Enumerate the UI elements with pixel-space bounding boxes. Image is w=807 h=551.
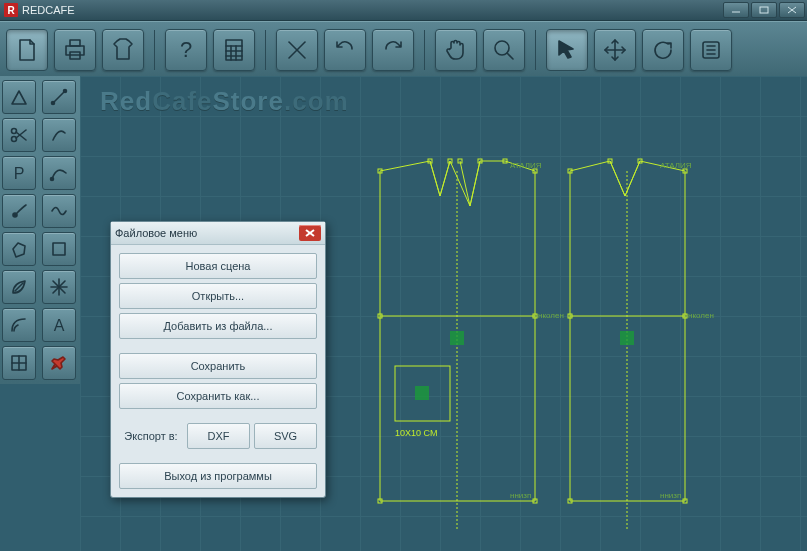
exit-button[interactable]: Выход из программы xyxy=(119,463,317,489)
svg-rect-1 xyxy=(760,7,768,13)
svg-rect-38 xyxy=(53,243,65,255)
help-button[interactable]: ? xyxy=(165,29,207,71)
svg-point-35 xyxy=(52,102,55,105)
maximize-button[interactable] xyxy=(751,2,777,18)
svg-rect-5 xyxy=(70,40,80,46)
dialog-title: Файловое меню xyxy=(115,227,197,239)
svg-line-47 xyxy=(470,161,480,206)
curve-icon[interactable] xyxy=(42,118,76,152)
garment-button[interactable] xyxy=(102,29,144,71)
pin-icon[interactable] xyxy=(42,346,76,380)
svg-text:ннизп: ннизп xyxy=(660,491,681,500)
svg-line-17 xyxy=(507,53,513,59)
app-badge: R xyxy=(4,3,18,17)
delete-button[interactable] xyxy=(276,29,318,71)
star-icon[interactable] xyxy=(42,270,76,304)
export-svg-button[interactable]: SVG xyxy=(254,423,317,449)
dialog-title-bar[interactable]: Файловое меню xyxy=(111,222,325,245)
bezier-icon[interactable] xyxy=(42,156,76,190)
zoom-button[interactable] xyxy=(483,29,525,71)
main-toolbar: ? xyxy=(0,21,807,79)
calculator-button[interactable] xyxy=(213,29,255,71)
svg-text:АТАЛИЯ: АТАЛИЯ xyxy=(660,161,692,170)
svg-line-44 xyxy=(430,161,440,196)
svg-text:?: ? xyxy=(180,37,192,62)
svg-point-37 xyxy=(51,178,54,181)
arc-icon[interactable] xyxy=(2,308,36,342)
svg-line-48 xyxy=(610,161,625,196)
svg-rect-73 xyxy=(450,331,464,345)
save-button[interactable]: Сохранить xyxy=(119,353,317,379)
svg-text:нколен: нколен xyxy=(538,311,564,320)
app-title: REDCAFE xyxy=(22,4,75,16)
point-tool-icon[interactable] xyxy=(2,194,36,228)
undo-button[interactable] xyxy=(324,29,366,71)
svg-text:P: P xyxy=(14,165,25,182)
watermark: RedCafeStore.com xyxy=(100,86,349,117)
svg-line-34 xyxy=(53,91,65,103)
open-button[interactable]: Открыть... xyxy=(119,283,317,309)
print-button[interactable] xyxy=(54,29,96,71)
svg-line-45 xyxy=(440,161,450,196)
title-bar: R REDCAFE xyxy=(0,0,807,21)
svg-rect-8 xyxy=(226,40,242,60)
svg-text:ннизп: ннизп xyxy=(510,491,531,500)
move-button[interactable] xyxy=(594,29,636,71)
scissors-icon[interactable] xyxy=(2,118,36,152)
new-scene-button[interactable]: Новая сцена xyxy=(119,253,317,279)
export-label: Экспорт в: xyxy=(119,430,183,442)
svg-text:нколен: нколен xyxy=(688,311,714,320)
save-as-button[interactable]: Сохранить как... xyxy=(119,383,317,409)
svg-line-46 xyxy=(460,161,470,206)
add-from-file-button[interactable]: Добавить из файла... xyxy=(119,313,317,339)
select-arrow-button[interactable] xyxy=(546,29,588,71)
p-tool-icon[interactable]: P xyxy=(2,156,36,190)
work-area: P A RedCafeStore.com xyxy=(0,76,807,551)
a-tool-icon[interactable]: A xyxy=(42,308,76,342)
scale-label: 10X10 CM xyxy=(395,428,438,438)
pan-button[interactable] xyxy=(435,29,477,71)
slash-icon[interactable] xyxy=(42,80,76,114)
svg-text:A: A xyxy=(54,317,65,334)
tool-column-1: P xyxy=(0,76,41,384)
svg-text:АТАЛИЯ: АТАЛИЯ xyxy=(510,161,542,170)
rotate-button[interactable] xyxy=(642,29,684,71)
svg-line-49 xyxy=(625,161,640,196)
polygon-icon[interactable] xyxy=(2,232,36,266)
minimize-button[interactable] xyxy=(723,2,749,18)
close-window-button[interactable] xyxy=(779,2,805,18)
triangle-icon[interactable] xyxy=(2,80,36,114)
pattern-drawing[interactable]: 10X10 CM АТАЛИЯ АТАЛИЯ нколен нколен нни… xyxy=(360,136,780,551)
svg-rect-74 xyxy=(415,386,429,400)
grid-icon[interactable] xyxy=(2,346,36,380)
redo-button[interactable] xyxy=(372,29,414,71)
svg-point-36 xyxy=(64,90,67,93)
rect-icon[interactable] xyxy=(42,232,76,266)
svg-rect-4 xyxy=(66,46,84,55)
new-file-button[interactable] xyxy=(6,29,48,71)
leaf-icon[interactable] xyxy=(2,270,36,304)
prefs-button[interactable] xyxy=(690,29,732,71)
svg-rect-75 xyxy=(620,331,634,345)
svg-point-29 xyxy=(13,213,17,217)
dialog-close-button[interactable] xyxy=(299,225,321,241)
export-dxf-button[interactable]: DXF xyxy=(187,423,250,449)
tool-column-2: A xyxy=(40,76,81,384)
file-menu-dialog: Файловое меню Новая сцена Открыть... Доб… xyxy=(110,221,326,498)
wave-icon[interactable] xyxy=(42,194,76,228)
